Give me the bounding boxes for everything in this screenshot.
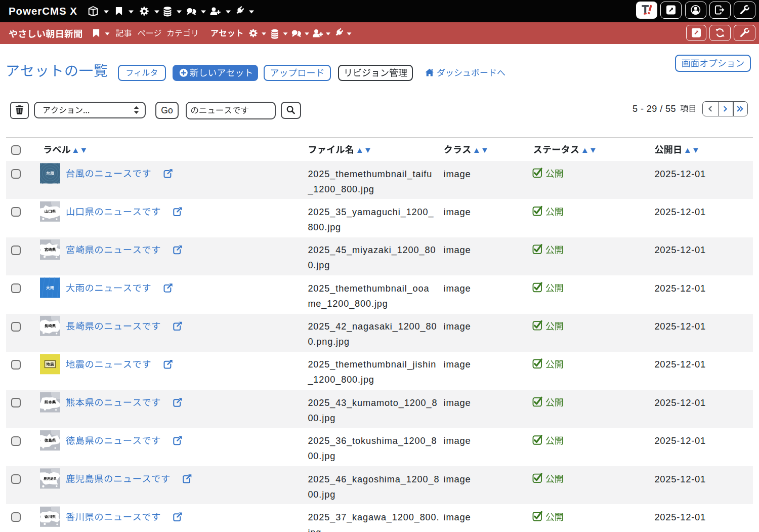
svg-text:2025_themethumbnail_jishin: 2025_themethumbnail_jishin xyxy=(308,359,436,370)
svg-text:2025-12-01: 2025-12-01 xyxy=(654,512,706,522)
svg-text:me_1200_800.jpg: me_1200_800.jpg xyxy=(308,299,388,309)
svg-text:2025_36_tokushima_1200_8: 2025_36_tokushima_1200_8 xyxy=(308,436,437,446)
svg-text:2025_themethumbnail_ooa: 2025_themethumbnail_ooa xyxy=(308,283,429,294)
svg-text:2025-12-01: 2025-12-01 xyxy=(654,359,706,370)
svg-text:2025-12-01: 2025-12-01 xyxy=(654,207,706,217)
svg-text:2025-12-01: 2025-12-01 xyxy=(654,283,706,294)
svg-text:2025_37_kagawa_1200_800.: 2025_37_kagawa_1200_800. xyxy=(308,512,439,523)
svg-text:image: image xyxy=(444,207,471,217)
svg-text:image: image xyxy=(444,512,471,522)
svg-text:_1200_800.jpg: _1200_800.jpg xyxy=(307,375,374,385)
svg-text:00.jpg: 00.jpg xyxy=(308,451,335,461)
svg-text:2025-12-01: 2025-12-01 xyxy=(654,435,706,446)
svg-text:800.jpg: 800.jpg xyxy=(308,222,341,232)
svg-text:5 - 29 / 55: 5 - 29 / 55 xyxy=(632,104,676,114)
svg-text:jpg: jpg xyxy=(307,527,321,532)
svg-text:image: image xyxy=(444,283,471,294)
svg-text:image: image xyxy=(444,359,471,370)
svg-text:2025_35_yamaguchi_1200_: 2025_35_yamaguchi_1200_ xyxy=(308,207,434,218)
svg-text:image: image xyxy=(444,435,471,446)
